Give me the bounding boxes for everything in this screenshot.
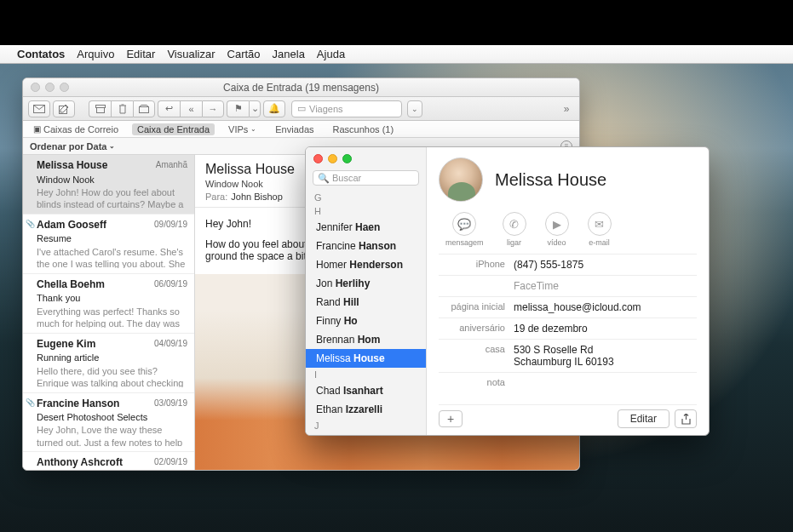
- contacts-list[interactable]: G H Jennifer HaenFrancine HansonHomer He…: [306, 191, 426, 435]
- contacts-window: 🔍 Buscar G H Jennifer HaenFrancine Hanso…: [305, 146, 710, 436]
- system-menubar: Contatos Arquivo Editar Visualizar Cartã…: [0, 45, 793, 64]
- menu-cartao[interactable]: Cartão: [227, 48, 261, 60]
- mail-search-field[interactable]: ▭ Viagens: [291, 100, 402, 117]
- field-address-label: casa: [439, 344, 514, 368]
- mail-window-title: Caixa de Entrada (19 mensagens): [23, 82, 579, 94]
- contact-list-item[interactable]: Melissa House: [306, 349, 426, 368]
- share-button[interactable]: [675, 409, 697, 428]
- field-birthday-label: aniversário: [439, 323, 514, 335]
- contact-list-item[interactable]: Raffi Jilizian: [306, 432, 426, 435]
- close-button[interactable]: [313, 154, 323, 163]
- toolbar-overflow[interactable]: »: [559, 100, 574, 117]
- attachment-icon: 📎: [26, 398, 35, 409]
- message-item[interactable]: Chella Boehm06/09/19Thank youEverything …: [23, 274, 194, 334]
- edit-button[interactable]: Editar: [618, 409, 669, 428]
- svg-rect-3: [96, 107, 104, 112]
- mailboxes-icon: ▣: [33, 124, 41, 134]
- mail-favorites-bar: ▣Caixas de Correio Caixa de Entrada VIPs…: [23, 121, 579, 138]
- menu-ajuda[interactable]: Ajuda: [317, 48, 345, 60]
- chevron-down-icon: ⌄: [109, 142, 115, 150]
- message-icon: 💬: [452, 212, 476, 236]
- avatar[interactable]: [439, 157, 483, 202]
- field-phone-value[interactable]: (847) 555-1875: [514, 259, 697, 271]
- compose-button[interactable]: [53, 100, 75, 117]
- video-icon: ▶: [545, 212, 569, 236]
- section-letter-h: H: [306, 204, 426, 218]
- action-call[interactable]: ✆ligar: [503, 212, 526, 247]
- mail-toolbar: ↩ « → ⚑ ⌄ 🔔 ▭ Viagens ⌄ »: [23, 97, 579, 121]
- contacts-sidebar: 🔍 Buscar G H Jennifer HaenFrancine Hanso…: [306, 147, 427, 435]
- search-scope-dropdown[interactable]: ⌄: [407, 100, 422, 117]
- field-facetime-label: [439, 280, 514, 292]
- field-note-label: nota: [439, 377, 514, 387]
- section-letter-j: J: [306, 419, 426, 432]
- reply-button[interactable]: ↩: [158, 100, 180, 117]
- viewer-to-label: Para:: [205, 192, 227, 202]
- fav-vips[interactable]: VIPs ⌄: [223, 123, 261, 135]
- field-note-value[interactable]: [514, 377, 697, 387]
- fav-drafts[interactable]: Rascunhos (1): [328, 123, 399, 135]
- search-icon: 🔍: [318, 173, 330, 184]
- flag-menu[interactable]: ⌄: [249, 100, 261, 117]
- mail-traffic-lights[interactable]: [31, 83, 69, 92]
- sort-button[interactable]: Ordenar por Data⌄: [30, 141, 115, 152]
- junk-button[interactable]: [133, 100, 155, 117]
- field-birthday-value: 19 de dezembro: [514, 323, 697, 335]
- get-mail-button[interactable]: [28, 100, 50, 117]
- mail-search-placeholder: Viagens: [309, 104, 343, 114]
- action-video[interactable]: ▶vídeo: [545, 212, 569, 247]
- action-mail[interactable]: ✉e-mail: [588, 212, 612, 247]
- contact-card: Melissa House 💬mensagem ✆ligar ▶vídeo ✉e…: [427, 147, 709, 435]
- contact-list-item[interactable]: Brennan Hom: [306, 330, 426, 349]
- menu-janela[interactable]: Janela: [273, 48, 305, 60]
- chevron-down-icon: ⌄: [250, 125, 256, 133]
- section-letter-g: G: [306, 191, 426, 204]
- minimize-button[interactable]: [328, 154, 337, 163]
- contact-list-item[interactable]: Finny Ho: [306, 312, 426, 330]
- message-item[interactable]: 📎Adam Gooseff09/09/19ResumeI've attached…: [23, 215, 194, 274]
- svg-rect-4: [140, 106, 149, 112]
- contact-list-item[interactable]: Francine Hanson: [306, 237, 426, 255]
- mail-titlebar[interactable]: Caixa de Entrada (19 mensagens): [23, 78, 579, 97]
- contact-list-item[interactable]: Jennifer Haen: [306, 218, 426, 237]
- menubar-app-name[interactable]: Contatos: [17, 48, 65, 60]
- fav-mailboxes[interactable]: ▣Caixas de Correio: [28, 123, 124, 135]
- desktop-wallpaper: Caixa de Entrada (19 mensagens) ↩ « → ⚑ …: [0, 64, 793, 532]
- contacts-search-field[interactable]: 🔍 Buscar: [313, 170, 419, 186]
- field-address-value[interactable]: 530 S Roselle RdSchaumburg IL 60193: [514, 344, 697, 368]
- fav-sent[interactable]: Enviadas: [270, 123, 319, 135]
- annotation-blackbar: [0, 0, 793, 45]
- menu-editar[interactable]: Editar: [126, 48, 155, 60]
- attachment-icon: 📎: [26, 220, 35, 230]
- fav-inbox[interactable]: Caixa de Entrada: [132, 123, 215, 135]
- forward-button[interactable]: →: [202, 100, 224, 117]
- action-message[interactable]: 💬mensagem: [445, 212, 484, 247]
- mute-button[interactable]: 🔔: [263, 100, 285, 117]
- archive-button[interactable]: [89, 100, 111, 117]
- field-homepage-value[interactable]: melissa_house@icloud.com: [514, 301, 697, 313]
- contact-list-item[interactable]: Homer Henderson: [306, 255, 426, 274]
- add-field-button[interactable]: +: [439, 410, 463, 427]
- message-list[interactable]: Melissa HouseAmanhãWindow NookHey John! …: [23, 155, 195, 470]
- message-item[interactable]: 📎Francine Hanson03/09/19Desert Photoshoo…: [23, 393, 194, 453]
- contacts-traffic-lights[interactable]: [306, 147, 426, 169]
- message-item[interactable]: Melissa HouseAmanhãWindow NookHey John! …: [23, 155, 194, 215]
- contact-list-item[interactable]: Jon Herlihy: [306, 274, 426, 293]
- menu-visualizar[interactable]: Visualizar: [167, 48, 215, 60]
- message-item[interactable]: Eugene Kim04/09/19Running articleHello t…: [23, 334, 194, 393]
- menu-arquivo[interactable]: Arquivo: [77, 48, 114, 60]
- contact-list-item[interactable]: Ethan Izzarelli: [306, 400, 426, 419]
- move-icon: ▭: [297, 103, 306, 114]
- contact-name: Melissa House: [495, 170, 606, 190]
- delete-button[interactable]: [111, 100, 133, 117]
- message-item[interactable]: Anthony Ashcroft02/09/19AppointmentYour …: [23, 452, 194, 470]
- contact-list-item[interactable]: Rand Hill: [306, 293, 426, 312]
- mail-icon: ✉: [588, 212, 612, 236]
- viewer-to-value[interactable]: John Bishop: [231, 192, 283, 202]
- zoom-button[interactable]: [342, 154, 352, 163]
- reply-all-button[interactable]: «: [180, 100, 202, 117]
- phone-icon: ✆: [503, 212, 526, 236]
- flag-button[interactable]: ⚑: [227, 100, 249, 117]
- contact-list-item[interactable]: Chad Isanhart: [306, 381, 426, 400]
- field-facetime-value[interactable]: FaceTime: [514, 280, 697, 292]
